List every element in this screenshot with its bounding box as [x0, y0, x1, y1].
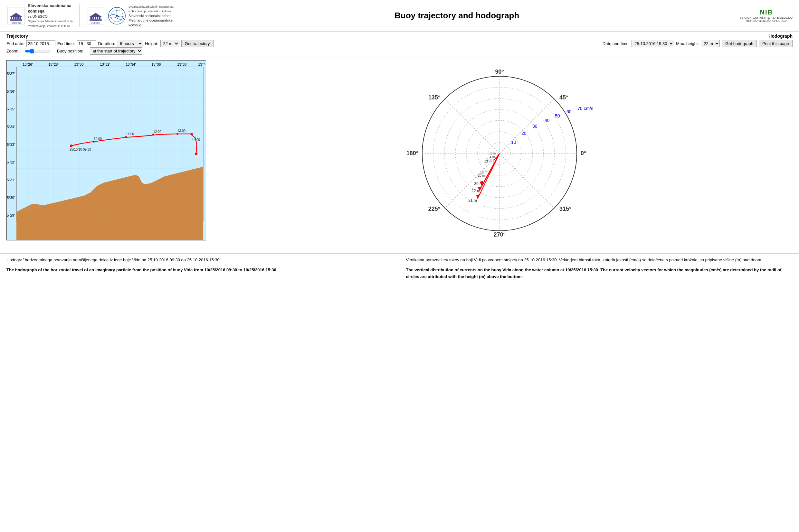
- svg-text:22 m: 22 m: [471, 189, 480, 193]
- svg-text:135°: 135°: [428, 94, 440, 101]
- zoom-slider[interactable]: [25, 49, 51, 54]
- svg-point-67: [195, 153, 198, 155]
- unesco-icon-2: UNESCO: [86, 6, 105, 25]
- svg-text:21 m: 21 m: [468, 198, 477, 203]
- svg-rect-1: [10, 19, 22, 20]
- svg-point-68: [93, 141, 95, 142]
- svg-text:11:00: 11:00: [126, 132, 134, 136]
- svg-rect-4: [15, 17, 17, 19]
- buoy-position-select[interactable]: at the start of trajectory at the end of…: [90, 47, 142, 55]
- descriptions: Hodograf horizontalnega potovanja namišl…: [0, 253, 799, 286]
- svg-text:13°32': 13°32': [100, 62, 110, 66]
- end-date-label: End date:: [6, 41, 24, 46]
- svg-rect-16: [99, 17, 101, 19]
- svg-text:45°37': 45°37': [7, 72, 15, 76]
- trajectory-section-title: Trajectory: [6, 34, 28, 39]
- svg-point-72: [191, 133, 193, 135]
- svg-text:10:00: 10:00: [94, 137, 102, 141]
- map-container: 45°37' 45°36' 45°35' 45°34' 45°33' 45°32…: [6, 60, 206, 241]
- svg-point-24: [116, 15, 118, 17]
- svg-text:0°: 0°: [581, 150, 586, 156]
- svg-text:12:00: 12:00: [153, 130, 161, 134]
- get-trajectory-button[interactable]: Get trajectory: [181, 40, 213, 47]
- svg-text:UNESCO: UNESCO: [12, 22, 21, 24]
- svg-text:UNESCO: UNESCO: [91, 22, 100, 24]
- controls-area: Trajectory Hodograph End date: End time:…: [0, 32, 799, 57]
- controls-row2: Zoom: Buoy position: at the start of tra…: [6, 47, 793, 55]
- svg-text:13 m: 13 m: [484, 159, 491, 163]
- slovenian-hodograph-desc: Hodograf horizontalnega potovanja namišl…: [6, 257, 393, 264]
- svg-rect-5: [17, 17, 19, 19]
- logo-divider: [79, 4, 79, 27]
- end-time-input[interactable]: [77, 40, 96, 47]
- hodograph-chart: 90° 0° 270° 180° 45° 135° 315° 225° 10 2…: [212, 60, 793, 247]
- unesco-icon-1: UNESCO: [6, 6, 26, 25]
- svg-text:13:00: 13:00: [178, 129, 186, 133]
- svg-rect-14: [95, 17, 96, 19]
- svg-text:70 cm/s: 70 cm/s: [577, 106, 593, 111]
- svg-text:13°40': 13°40': [198, 62, 206, 66]
- trajectory-params: End date: End time: Duration: 6 hours 12…: [6, 40, 213, 47]
- svg-rect-18: [90, 20, 102, 21]
- svg-rect-2: [11, 17, 13, 19]
- buoy-position-label: Buoy position:: [57, 49, 83, 53]
- svg-point-69: [125, 136, 127, 138]
- full-controls-row: End date: End time: Duration: 6 hours 12…: [6, 40, 793, 47]
- print-button[interactable]: Print this page: [759, 40, 793, 47]
- unesco-logo-2: UNESCO Organizacija Združenih narodov za…: [86, 4, 173, 27]
- hodograph-datetime-select[interactable]: 25.10.2016 15:30: [632, 40, 674, 47]
- svg-point-70: [152, 134, 154, 135]
- svg-text:13°36': 13°36': [152, 62, 162, 66]
- hodograph-section-title: Hodograph: [768, 34, 793, 39]
- hodograph-svg: 90° 0° 270° 180° 45° 135° 315° 225° 10 2…: [371, 60, 635, 247]
- svg-text:13°34': 13°34': [126, 62, 136, 66]
- svg-rect-8: [10, 20, 22, 21]
- svg-text:45°30': 45°30': [7, 196, 15, 200]
- svg-marker-7: [10, 13, 22, 17]
- svg-text:50: 50: [555, 113, 560, 118]
- hodograph-maxheight-select[interactable]: 22 m: [701, 40, 720, 47]
- svg-marker-23: [116, 9, 118, 11]
- desc-right: Vertikalna porazdelitev tokov na boji Vi…: [406, 257, 793, 283]
- page-header: UNESCO Slovenska nacionalna komisija za …: [0, 0, 799, 32]
- svg-rect-3: [13, 17, 15, 19]
- svg-text:13°38': 13°38': [178, 62, 187, 66]
- end-date-input[interactable]: [26, 40, 55, 47]
- controls-row1: Trajectory Hodograph: [6, 34, 793, 39]
- svg-text:30: 30: [532, 124, 538, 129]
- svg-text:45°32': 45°32': [7, 160, 15, 164]
- svg-text:60: 60: [566, 109, 572, 114]
- duration-label: Duration:: [98, 41, 115, 46]
- svg-text:45°31': 45°31': [7, 178, 15, 182]
- duration-select[interactable]: 6 hours 12 hours 24 hours: [117, 40, 143, 47]
- svg-text:30 m: 30 m: [474, 182, 483, 186]
- svg-text:13°30': 13°30': [74, 62, 85, 66]
- hodograph-maxheight-label: Max. height:: [676, 41, 699, 46]
- desc-left: Hodograf horizontalnega potovanja namišl…: [6, 257, 393, 283]
- svg-marker-17: [90, 13, 102, 17]
- height-label: Height:: [145, 41, 158, 46]
- svg-text:40: 40: [544, 118, 550, 123]
- svg-text:45°35': 45°35': [7, 107, 15, 111]
- trajectory-controls: Trajectory: [6, 34, 55, 39]
- svg-text:45°: 45°: [559, 94, 568, 101]
- nib-logo: NIB NACIONALNI INŠTITUT ZA BIOLOGIJO MOR…: [740, 9, 793, 22]
- svg-text:180°: 180°: [406, 150, 418, 156]
- height-select[interactable]: 22 m 10 m 30 m: [161, 40, 179, 47]
- end-time-label: End time:: [57, 41, 75, 46]
- svg-text:90°: 90°: [495, 69, 504, 75]
- ioc-text: Organizacija Združenih narodov za izobra…: [129, 4, 173, 27]
- slovenian-vertical-desc: Vertikalna porazdelitev tokov na boji Vi…: [406, 257, 793, 264]
- svg-rect-6: [20, 17, 21, 19]
- svg-text:13°26': 13°26': [23, 62, 33, 66]
- english-vertical-desc: The vertical distribution of currents on…: [406, 267, 793, 280]
- svg-rect-11: [90, 19, 102, 20]
- svg-text:270°: 270°: [494, 231, 505, 238]
- svg-text:14:00: 14:00: [192, 138, 200, 141]
- left-logos: UNESCO Slovenska nacionalna komisija za …: [6, 3, 173, 28]
- svg-point-71: [176, 133, 179, 135]
- get-hodograph-button[interactable]: Get hodograph: [722, 40, 757, 47]
- unesco-text-1: Slovenska nacionalna komisija za UNESCO …: [28, 3, 73, 28]
- ioc-icon: [107, 6, 127, 25]
- svg-text:20: 20: [521, 131, 526, 136]
